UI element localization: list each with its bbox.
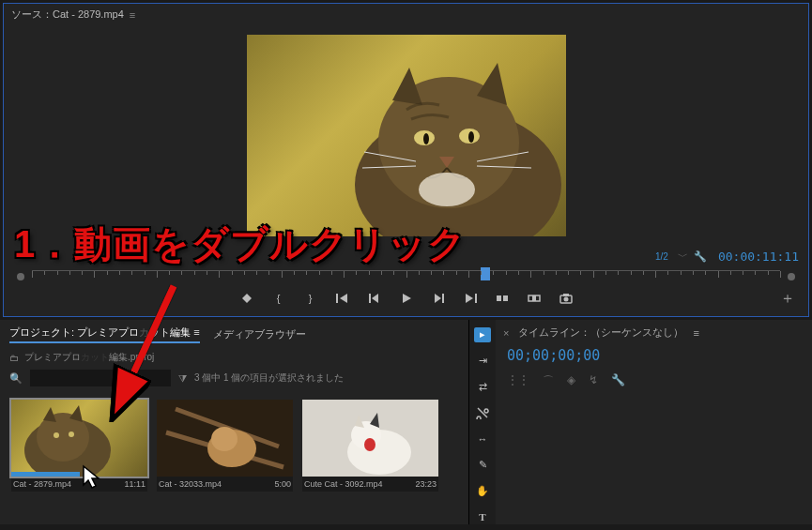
insert-button[interactable] [495,291,510,306]
svg-point-20 [563,297,568,302]
mark-out-button[interactable]: } [303,291,318,306]
video-preview[interactable] [247,35,566,236]
play-button[interactable] [399,291,414,306]
bottom-panels: プロジェクト: プレミアプロカット編集 ≡ メディアブラウザー 🗀 プレミアプロ… [0,320,812,524]
cat-thumb-1 [11,400,147,477]
clip-item[interactable]: Cat - 2879.mp4 11:11 [11,400,147,492]
cat-thumb-3 [302,400,438,477]
wrench-icon[interactable]: 🔧 [611,373,625,389]
svg-rect-13 [442,294,444,303]
clip-label-row: Cat - 32033.mp4 5:00 [157,477,293,492]
clip-thumbnail[interactable] [11,400,147,477]
step-back-button[interactable] [367,291,382,306]
source-preview[interactable] [4,25,808,236]
playback-resolution[interactable]: 1/2 [655,251,668,262]
clip-duration: 5:00 [274,479,291,489]
timeline-option-icons: ⋮⋮ ⌒ ◈ ↯ 🔧 [503,370,804,393]
overwrite-button[interactable] [527,291,542,306]
bin-icon[interactable]: 🗀 [9,353,19,363]
project-tabs: プロジェクト: プレミアプロカット編集 ≡ メディアブラウザー [0,324,468,349]
hand-tool[interactable]: ✋ [474,484,491,499]
svg-rect-16 [503,295,508,301]
svg-rect-11 [336,294,338,303]
timeline-header: × タイムライン：（シーケンスなし） ≡ [503,324,804,345]
clip-name: Cat - 2879.mp4 [13,479,71,489]
close-icon[interactable]: × [503,327,509,339]
project-filter-row: 🔍 ⧩ 3 個中 1 個の項目が選択されました [0,366,468,390]
tab-media-browser[interactable]: メディアブラウザー [213,327,306,341]
svg-rect-14 [475,294,477,303]
magnet-icon[interactable]: ⌒ [543,373,554,389]
snap-icon[interactable]: ⋮⋮ [507,373,529,389]
clip-scrub-bar[interactable] [11,472,80,477]
svg-rect-18 [532,295,536,301]
source-header: ソース：Cat - 2879.mp4 ≡ [4,4,808,25]
source-title: ソース：Cat - 2879.mp4 [11,8,124,22]
clip-thumbnail[interactable] [157,400,293,477]
svg-point-34 [364,438,375,451]
clip-duration: 11:11 [124,479,146,489]
clip-label-row: Cute Cat - 3092.mp4 23:23 [302,477,438,492]
transport-controls: { } ＋ [4,283,808,311]
filter-icon[interactable]: ⧩ [178,372,187,385]
pen-tool[interactable]: ✎ [474,458,491,473]
project-subheader: 🗀 プレミアプロカット編集.prproj [0,349,468,366]
clip-duration: 23:23 [415,479,437,489]
svg-point-25 [69,432,74,437]
ripple-edit-tool[interactable]: ⇄ [474,380,491,395]
svg-point-4 [423,133,429,144]
svg-rect-21 [563,294,569,296]
razor-tool[interactable] [474,405,491,420]
clip-label-row: Cat - 2879.mp4 11:11 [11,477,147,492]
svg-point-6 [419,173,475,206]
settings-wrench-icon[interactable]: 🔧 [694,250,707,263]
go-to-in-button[interactable] [335,291,350,306]
tab-project-label-a: プロジェクト: プレミアプロ [9,326,139,338]
svg-point-5 [468,131,474,143]
project-filename: プレミアプロカット編集.prproj [24,351,154,364]
svg-rect-15 [497,295,501,301]
timeline-panel: × タイムライン：（シーケンスなし） ≡ 00;00;00;00 ⋮⋮ ⌒ ◈ … [496,320,812,524]
svg-point-24 [54,432,59,438]
panel-menu-icon[interactable]: ≡ [193,326,199,338]
time-ruler[interactable] [32,270,780,283]
ruler-start-icon[interactable] [17,273,24,280]
export-frame-button[interactable] [559,291,574,306]
add-marker-button[interactable] [239,291,254,306]
clip-grid: Cat - 2879.mp4 11:11 Cat - 32033.mp4 [0,390,468,501]
button-editor-plus-icon[interactable]: ＋ [780,289,795,309]
sequence-settings-icon[interactable]: ↯ [589,373,598,389]
panel-menu-icon[interactable]: ≡ [130,9,135,21]
resolution-chevron-icon[interactable]: ﹀ [678,250,688,264]
clip-thumbnail[interactable] [302,400,438,477]
svg-point-30 [211,427,237,451]
selection-status: 3 個中 1 個の項目が選択されました [194,371,344,385]
clip-item[interactable]: Cute Cat - 3092.mp4 23:23 [302,400,438,492]
timeline-timecode[interactable]: 00;00;00;00 [503,345,804,370]
ruler-end-icon[interactable] [788,273,795,280]
source-controls-row: 1/2 ﹀ 🔧 00:00:11:11 [4,242,808,270]
clip-name: Cat - 32033.mp4 [159,479,222,489]
search-input[interactable] [30,370,171,386]
type-tool[interactable]: T [474,509,491,524]
mark-in-button[interactable]: { [271,291,286,306]
selection-tool[interactable]: ▸ [474,327,491,342]
slip-tool[interactable]: ↔ [474,432,491,447]
track-select-tool[interactable]: ⇥ [474,354,491,369]
cat-image [327,53,561,236]
tab-project[interactable]: プロジェクト: プレミアプロカット編集 ≡ [9,326,200,343]
tab-project-label-b: ット編集 [149,326,191,338]
timeline-title: タイムライン：（シーケンスなし） [518,326,683,340]
svg-rect-12 [369,294,371,303]
project-panel: プロジェクト: プレミアプロカット編集 ≡ メディアブラウザー 🗀 プレミアプロ… [0,320,469,524]
marker-span-icon[interactable]: ◈ [567,373,575,389]
clip-name: Cute Cat - 3092.mp4 [304,479,383,489]
panel-menu-icon[interactable]: ≡ [693,327,698,339]
step-forward-button[interactable] [431,291,446,306]
clip-item[interactable]: Cat - 32033.mp4 5:00 [157,400,293,492]
source-timecode[interactable]: 00:00:11:11 [718,250,799,264]
search-icon: 🔍 [9,372,23,385]
playhead-icon[interactable] [481,267,490,280]
source-monitor-panel: ソース：Cat - 2879.mp4 ≡ [3,3,809,317]
go-to-out-button[interactable] [463,291,478,306]
